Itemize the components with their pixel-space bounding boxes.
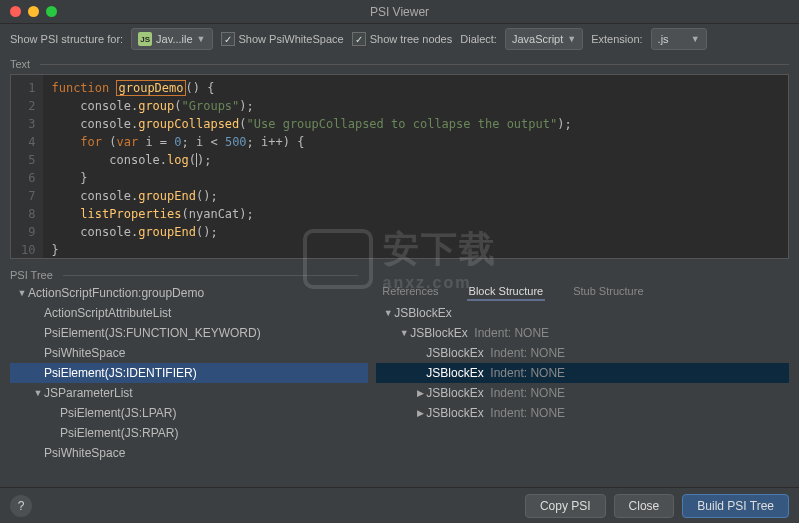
tree-node-label: PsiElement(JS:FUNCTION_KEYWORD) (44, 326, 261, 340)
tree-row[interactable]: ▼PsiElement(JS:LPAR) (10, 403, 368, 423)
tree-row[interactable]: ▼JSParameterList (10, 383, 368, 403)
tree-row[interactable]: ▼JSBlockEx (376, 303, 789, 323)
dialect-label: Dialect: (460, 33, 497, 45)
tree-node-suffix: Indent: NONE (484, 386, 565, 400)
editor-gutter: 12345678910 (11, 75, 43, 258)
tree-node-label: JSBlockEx (426, 346, 483, 360)
tree-node-label: JSBlockEx (410, 326, 467, 340)
lower-panes: ▼ActionScriptFunction:groupDemo▼ActionSc… (0, 283, 799, 487)
tree-row[interactable]: ▼JSBlockEx Indent: NONE (376, 323, 789, 343)
build-psi-tree-button[interactable]: Build PSI Tree (682, 494, 789, 518)
structure-tabs: References Block Structure Stub Structur… (376, 283, 789, 303)
window-controls (0, 6, 57, 17)
extension-dropdown[interactable]: .js ▼ (651, 28, 707, 50)
chevron-down-icon: ▼ (197, 34, 206, 44)
tree-node-label: JSBlockEx (426, 366, 483, 380)
chevron-down-icon: ▼ (567, 34, 576, 44)
tab-block-structure[interactable]: Block Structure (467, 283, 546, 301)
psi-tree-pane: ▼ActionScriptFunction:groupDemo▼ActionSc… (10, 283, 368, 481)
tree-row[interactable]: ▼PsiElement(JS:FUNCTION_KEYWORD) (10, 323, 368, 343)
tree-node-label: PsiWhiteSpace (44, 446, 125, 460)
extension-value: .js (658, 33, 669, 45)
tree-node-label: JSBlockEx (426, 406, 483, 420)
chevron-down-icon[interactable]: ▼ (398, 328, 410, 338)
titlebar: PSI Viewer (0, 0, 799, 24)
show-whitespace-checkbox[interactable]: ✓ Show PsiWhiteSpace (221, 32, 344, 46)
checkbox-icon: ✓ (221, 32, 235, 46)
tree-row[interactable]: ▶JSBlockEx Indent: NONE (376, 403, 789, 423)
tree-node-label: ActionScriptFunction:groupDemo (28, 286, 204, 300)
footer: ? Copy PSI Close Build PSI Tree (0, 487, 799, 523)
tree-node-label: PsiWhiteSpace (44, 346, 125, 360)
copy-psi-button[interactable]: Copy PSI (525, 494, 606, 518)
tab-references[interactable]: References (380, 283, 440, 301)
structure-for-label: Show PSI structure for: (10, 33, 123, 45)
minimize-window-icon[interactable] (28, 6, 39, 17)
show-treenodes-label: Show tree nodes (370, 33, 453, 45)
tree-row[interactable]: ▼ActionScriptAttributeList (10, 303, 368, 323)
tree-row[interactable]: ▼PsiElement(JS:IDENTIFIER) (10, 363, 368, 383)
chevron-down-icon[interactable]: ▼ (382, 308, 394, 318)
tree-node-label: PsiElement(JS:IDENTIFIER) (44, 366, 197, 380)
tree-row[interactable]: ▶JSBlockEx Indent: NONE (376, 383, 789, 403)
tree-node-label: PsiElement(JS:RPAR) (60, 426, 178, 440)
psitree-section-label: PSI Tree (0, 265, 368, 283)
block-structure-pane: References Block Structure Stub Structur… (376, 283, 789, 481)
js-file-icon: JS (138, 32, 152, 46)
editor-code[interactable]: function groupDemo() { console.group("Gr… (43, 75, 788, 258)
chevron-down-icon[interactable]: ▼ (32, 388, 44, 398)
chevron-down-icon: ▼ (691, 34, 700, 44)
tree-node-label: JSParameterList (44, 386, 133, 400)
maximize-window-icon[interactable] (46, 6, 57, 17)
checkbox-icon: ✓ (352, 32, 366, 46)
show-treenodes-checkbox[interactable]: ✓ Show tree nodes (352, 32, 453, 46)
tree-row[interactable]: ▼JSBlockEx Indent: NONE (376, 343, 789, 363)
chevron-right-icon[interactable]: ▶ (414, 388, 426, 398)
text-section-label: Text (0, 54, 799, 72)
code-editor[interactable]: 12345678910 function groupDemo() { conso… (10, 74, 789, 259)
tree-node-suffix: Indent: NONE (484, 346, 565, 360)
tab-stub-structure[interactable]: Stub Structure (571, 283, 645, 301)
tree-node-label: JSBlockEx (394, 306, 451, 320)
dialect-dropdown[interactable]: JavaScript ▼ (505, 28, 583, 50)
file-dropdown-value: Jav...ile (156, 33, 192, 45)
file-dropdown[interactable]: JS Jav...ile ▼ (131, 28, 212, 50)
dialect-value: JavaScript (512, 33, 563, 45)
block-tree[interactable]: ▼JSBlockEx▼JSBlockEx Indent: NONE▼JSBloc… (376, 303, 789, 481)
chevron-right-icon[interactable]: ▶ (414, 408, 426, 418)
tree-node-label: PsiElement(JS:LPAR) (60, 406, 176, 420)
tree-row[interactable]: ▼JSBlockEx Indent: NONE (376, 363, 789, 383)
close-button[interactable]: Close (614, 494, 675, 518)
psi-tree[interactable]: ▼ActionScriptFunction:groupDemo▼ActionSc… (10, 283, 368, 481)
tree-node-suffix: Indent: NONE (468, 326, 549, 340)
tree-node-label: ActionScriptAttributeList (44, 306, 171, 320)
tree-row[interactable]: ▼PsiElement(JS:RPAR) (10, 423, 368, 443)
extension-label: Extension: (591, 33, 642, 45)
close-window-icon[interactable] (10, 6, 21, 17)
tree-row[interactable]: ▼PsiWhiteSpace (10, 443, 368, 463)
window-title: PSI Viewer (370, 5, 429, 19)
show-whitespace-label: Show PsiWhiteSpace (239, 33, 344, 45)
tree-node-label: JSBlockEx (426, 386, 483, 400)
tree-row[interactable]: ▼ActionScriptFunction:groupDemo (10, 283, 368, 303)
tree-node-suffix: Indent: NONE (484, 406, 565, 420)
tree-row[interactable]: ▼PsiWhiteSpace (10, 343, 368, 363)
help-icon[interactable]: ? (10, 495, 32, 517)
chevron-down-icon[interactable]: ▼ (16, 288, 28, 298)
tree-node-suffix: Indent: NONE (484, 366, 565, 380)
toolbar: Show PSI structure for: JS Jav...ile ▼ ✓… (0, 24, 799, 54)
